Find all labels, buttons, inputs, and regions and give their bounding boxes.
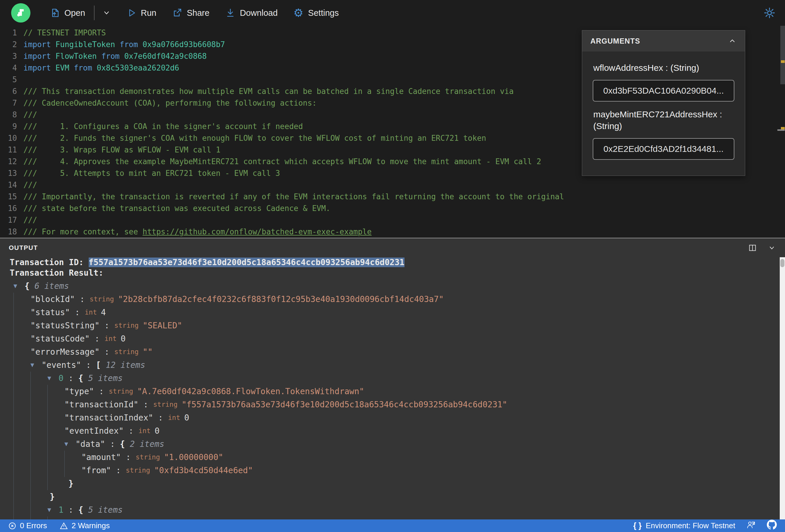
json-line-1: "blockId" : string "2b28cbfb87da2cfec4f0… — [0, 293, 780, 306]
environment-status[interactable]: { } Environment: Flow Testnet — [633, 521, 735, 530]
line-number: 8 — [0, 109, 23, 121]
transaction-result-tree: ▼{ 6 items"blockId" : string "2b28cbfb87… — [0, 279, 780, 520]
flow-logo[interactable] — [11, 3, 30, 23]
split-editor-button[interactable] — [748, 244, 757, 252]
share-button[interactable]: Share — [172, 8, 209, 18]
theme-toggle-button[interactable] — [764, 7, 775, 19]
indent-guide — [14, 385, 30, 398]
json-line-2: "status" : int 4 — [0, 306, 780, 319]
code-text: /// state before the transaction was exe… — [23, 203, 330, 214]
indent-guide — [47, 437, 65, 451]
indent-guide — [30, 477, 47, 490]
collapse-output-button[interactable] — [767, 244, 776, 252]
sun-icon — [764, 7, 775, 19]
github-button[interactable] — [767, 520, 777, 532]
run-button[interactable]: Run — [127, 8, 156, 18]
collapse-triangle-icon[interactable]: ▼ — [65, 437, 76, 451]
warnings-status[interactable]: 2 Warnings — [60, 521, 110, 530]
json-token-typ: string — [90, 293, 118, 306]
json-token-key: "type" — [65, 516, 94, 520]
line-number: 13 — [0, 168, 23, 179]
indent-guide — [14, 345, 30, 358]
code-link[interactable]: https://github.com/onflow/batched-evm-ex… — [143, 227, 372, 236]
code-text: import FlowToken from 0x7e60df042a9c0868 — [23, 50, 207, 62]
indent-guide — [30, 516, 47, 520]
errors-count: 0 Errors — [20, 521, 47, 530]
warning-marker — [781, 60, 785, 63]
collapse-triangle-icon[interactable]: ▼ — [14, 279, 25, 293]
json-token-pun: : — [94, 385, 109, 398]
json-line-14: "from" : string "0xfd3b4cd50d44e6ed" — [0, 464, 780, 477]
json-token-str: "SEALED" — [143, 319, 182, 332]
wflow-address-input[interactable] — [593, 80, 734, 102]
indent-guide — [14, 372, 30, 385]
settings-button[interactable]: ⚙ Settings — [294, 7, 339, 19]
code-text: import EVM from 0x8c5303eaa26202d6 — [23, 62, 179, 74]
errors-status[interactable]: 0 Errors — [8, 521, 47, 530]
toolbar: Open Run Share Download — [0, 0, 785, 26]
json-token-str: "A.7e60df042a9c0868.FlowToken.TokensWith… — [137, 385, 364, 398]
json-line-9: "transactionId" : string "f557a1573b76aa… — [0, 398, 780, 411]
json-token-items: 12 items — [106, 358, 145, 372]
indent-guide — [30, 411, 47, 424]
indent-guide — [14, 293, 30, 306]
line-number: 9 — [0, 121, 23, 132]
arguments-panel-header[interactable]: ARGUMENTS — [582, 30, 745, 51]
json-token-idx: 1 — [58, 503, 64, 516]
editor-scrollbar[interactable] — [780, 26, 785, 237]
code-line-18[interactable]: 18/// For more context, see https://gith… — [0, 226, 785, 237]
collapse-triangle-icon[interactable]: ▼ — [47, 503, 58, 516]
json-token-pun: : — [138, 398, 153, 411]
open-button[interactable]: Open — [50, 8, 85, 18]
json-line-8: "type" : string "A.7e60df042a9c0868.Flow… — [0, 385, 780, 398]
open-label: Open — [65, 8, 85, 18]
indent-guide — [14, 306, 30, 319]
json-token-key: "statusCode" — [30, 332, 90, 345]
line-number: 17 — [0, 214, 23, 226]
open-dropdown-button[interactable] — [102, 8, 111, 17]
arguments-panel: ARGUMENTS wflowAddressHex : (String) may… — [582, 30, 745, 176]
code-line-16[interactable]: 16/// state before the transaction was e… — [0, 203, 785, 214]
code-line-15[interactable]: 15/// Importantly, the transaction is re… — [0, 191, 785, 203]
indent-guide — [14, 464, 30, 477]
flow-runner-app: Open Run Share Download — [0, 0, 785, 532]
indent-guide — [30, 451, 47, 464]
json-token-brace: } — [50, 490, 55, 503]
code-line-14[interactable]: 14/// — [0, 179, 785, 191]
code-line-17[interactable]: 17/// — [0, 214, 785, 226]
code-editor[interactable]: 1// TESTNET IMPORTS2import FungibleToken… — [0, 26, 785, 237]
json-token-key: "transactionId" — [65, 398, 138, 411]
chevron-up-icon[interactable] — [728, 36, 737, 45]
json-token-num: 0 — [121, 332, 126, 345]
feedback-button[interactable] — [746, 520, 756, 531]
editor-scrollbar-thumb[interactable] — [780, 26, 785, 84]
json-token-typ: string — [135, 451, 164, 464]
run-label: Run — [141, 8, 156, 18]
indent-guide — [14, 398, 30, 411]
line-number: 16 — [0, 203, 23, 214]
code-text: // TESTNET IMPORTS — [23, 27, 106, 39]
collapse-triangle-icon[interactable]: ▼ — [47, 372, 58, 385]
output-scrollbar[interactable] — [780, 257, 785, 520]
download-button[interactable]: Download — [225, 8, 278, 18]
line-number: 1 — [0, 27, 23, 39]
chevron-down-icon — [767, 244, 776, 252]
collapse-triangle-icon[interactable]: ▼ — [30, 358, 42, 372]
output-scrollbar-thumb[interactable] — [780, 259, 784, 267]
indent-guide — [30, 464, 47, 477]
json-token-key: "errorMessage" — [30, 345, 100, 358]
maybe-mint-erc721-address-input[interactable] — [593, 138, 734, 160]
share-icon — [172, 8, 182, 18]
json-token-typ: int — [168, 411, 184, 424]
json-token-items: 5 items — [88, 503, 123, 516]
json-token-str: "0xfd3b4cd50d44e6ed" — [154, 464, 253, 477]
json-line-10: "transactionIndex" : int 0 — [0, 411, 780, 424]
json-token-typ: string — [109, 516, 137, 520]
json-token-brace: { — [78, 503, 88, 516]
json-token-idx: 0 — [58, 372, 64, 385]
json-token-brace: [ — [96, 358, 106, 372]
share-label: Share — [187, 8, 209, 18]
json-token-typ: int — [138, 424, 155, 437]
line-number: 14 — [0, 179, 23, 191]
json-token-key: "transactionIndex" — [65, 411, 153, 424]
